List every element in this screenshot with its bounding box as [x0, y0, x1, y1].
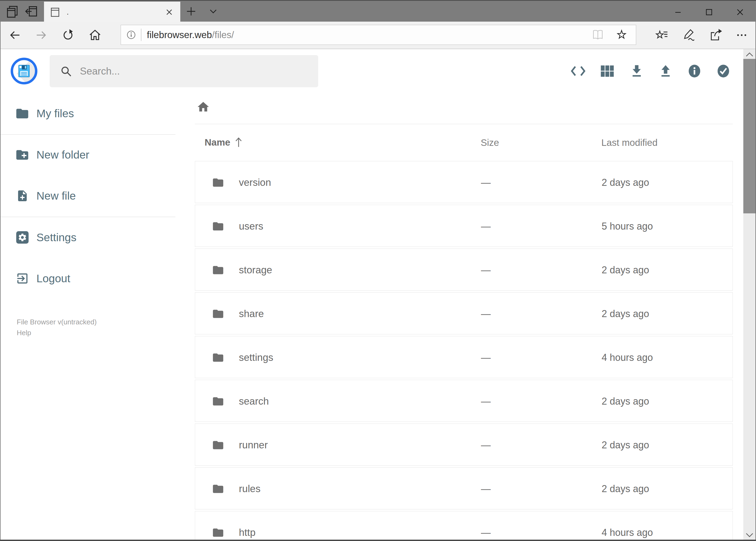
new-tab-icon — [185, 5, 197, 18]
browser-tab[interactable]: . — [44, 2, 180, 22]
file-size: — — [481, 221, 491, 232]
file-name: search — [239, 396, 269, 407]
forward-button[interactable] — [34, 25, 49, 45]
table-row-users[interactable]: users — 5 hours ago — [195, 205, 733, 247]
reading-view-icon[interactable] — [592, 29, 604, 40]
maximize-button[interactable] — [693, 2, 724, 22]
search-box[interactable] — [50, 55, 318, 87]
browser-window: . — [0, 0, 756, 541]
scroll-down-button[interactable] — [743, 532, 755, 538]
navigation-bar: filebrowser.web/files/ — [0, 22, 756, 49]
table-row-http[interactable]: http — 4 hours ago — [195, 511, 733, 541]
folder-icon — [212, 176, 224, 189]
favorite-star-icon[interactable] — [616, 29, 628, 41]
file-modified: 2 days ago — [602, 483, 649, 495]
forward-icon — [35, 29, 48, 42]
file-modified: 5 hours ago — [602, 221, 653, 232]
share-icon — [709, 28, 722, 42]
sidebar-item-label: My files — [36, 107, 74, 120]
site-info-icon[interactable] — [126, 29, 136, 40]
upload-button[interactable] — [657, 62, 674, 80]
file-info-button[interactable] — [686, 62, 703, 80]
refresh-button[interactable] — [61, 25, 76, 45]
minimize-button[interactable] — [662, 2, 693, 22]
upload-icon — [658, 64, 672, 78]
chevron-down-icon — [745, 532, 754, 538]
table-row-settings[interactable]: settings — 4 hours ago — [195, 336, 733, 378]
file-modified: 2 days ago — [602, 308, 649, 319]
url-path: /files/ — [212, 29, 234, 40]
home-icon — [88, 28, 102, 42]
filebrowser-logo[interactable] — [10, 57, 38, 85]
file-size: — — [481, 439, 491, 451]
window-border-bottom — [0, 540, 756, 541]
download-button[interactable] — [628, 62, 645, 80]
share-button[interactable] — [708, 25, 723, 45]
table-row-search[interactable]: search — 2 days ago — [195, 380, 733, 422]
settings-menu-button[interactable] — [734, 25, 749, 45]
file-modified: 2 days ago — [602, 177, 649, 188]
table-row-storage[interactable]: storage — 2 days ago — [195, 249, 733, 290]
table-row-version[interactable]: version — 2 days ago — [195, 161, 733, 203]
file-modified: 2 days ago — [602, 396, 649, 407]
folder-icon — [15, 106, 29, 121]
tab-list-dropdown-button[interactable] — [205, 1, 222, 22]
listing-header: Name Size Last modified — [195, 135, 733, 150]
folder-icon — [212, 483, 224, 495]
file-size: — — [481, 265, 491, 276]
address-bar[interactable]: filebrowser.web/files/ — [121, 25, 636, 45]
column-header-size[interactable]: Size — [481, 137, 499, 148]
file-size: — — [481, 308, 491, 319]
back-button[interactable] — [7, 25, 22, 45]
column-header-name[interactable]: Name — [205, 137, 243, 148]
scrollbar-thumb[interactable] — [743, 59, 755, 214]
breadcrumb-home-button[interactable] — [196, 100, 210, 114]
file-modified: 4 hours ago — [602, 352, 653, 363]
close-window-button[interactable] — [724, 2, 755, 22]
page-scrollbar[interactable] — [743, 49, 755, 541]
set-tabs-aside-icon — [24, 4, 38, 18]
sidebar-item-new-folder[interactable]: New folder — [0, 140, 175, 170]
sidebar-divider — [0, 134, 175, 135]
web-note-button[interactable] — [681, 25, 696, 45]
folder-icon — [212, 264, 224, 276]
set-tabs-aside-button[interactable] — [23, 1, 40, 22]
table-row-runner[interactable]: runner — 2 days ago — [195, 423, 733, 466]
home-button[interactable] — [88, 25, 103, 45]
file-size: — — [481, 483, 491, 495]
close-icon — [735, 7, 745, 18]
new-tab-button[interactable] — [182, 1, 200, 22]
help-link[interactable]: Help — [17, 327, 97, 338]
hub-icon — [655, 28, 668, 42]
code-icon — [571, 65, 586, 78]
sidebar-item-new-file[interactable]: New file — [0, 181, 175, 211]
table-row-share[interactable]: share — 2 days ago — [195, 292, 733, 334]
file-name: rules — [239, 483, 260, 495]
sidebar-item-logout[interactable]: Logout — [0, 264, 175, 293]
sidebar-item-label: New file — [36, 190, 76, 202]
file-name: http — [239, 527, 256, 538]
file-name: runner — [239, 439, 268, 451]
grid-view-button[interactable] — [599, 62, 616, 80]
download-icon — [630, 64, 644, 78]
ellipsis-icon — [735, 28, 748, 42]
column-header-modified[interactable]: Last modified — [601, 137, 657, 148]
switch-view-raw-button[interactable] — [570, 62, 587, 80]
sidebar-item-label: New folder — [36, 149, 89, 161]
sidebar-item-my-files[interactable]: My files — [0, 99, 175, 128]
tab-preview-button[interactable] — [4, 1, 21, 22]
select-multiple-button[interactable] — [715, 62, 732, 80]
sidebar-item-settings[interactable]: Settings — [0, 223, 175, 252]
hub-favorites-button[interactable] — [654, 25, 669, 45]
search-input[interactable] — [79, 65, 313, 77]
tab-close-icon[interactable] — [165, 8, 173, 16]
settings-gear-icon — [15, 231, 29, 244]
sidebar-divider — [0, 217, 175, 217]
file-modified: 2 days ago — [602, 265, 649, 276]
table-row-rules[interactable]: rules — 2 days ago — [195, 467, 733, 509]
file-listing: version — 2 days ago users — 5 hours ago… — [195, 161, 733, 541]
file-name: storage — [239, 265, 272, 276]
folder-icon — [212, 395, 224, 407]
scroll-up-button[interactable] — [743, 51, 755, 58]
file-size: — — [481, 396, 491, 407]
